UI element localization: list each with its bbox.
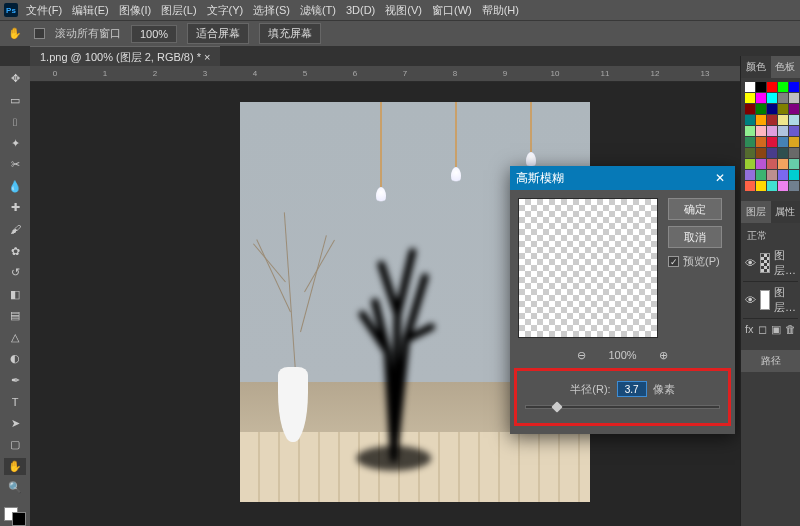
menu-type[interactable]: 文字(Y) xyxy=(207,3,244,18)
fill-screen-button[interactable]: 填充屏幕 xyxy=(259,23,321,44)
menu-3d[interactable]: 3D(D) xyxy=(346,4,375,16)
layer-row-1[interactable]: 👁图层… xyxy=(743,282,798,319)
color-swatch[interactable] xyxy=(789,115,799,125)
scroll-all-checkbox[interactable] xyxy=(34,28,45,39)
menu-layer[interactable]: 图层(L) xyxy=(161,3,196,18)
color-swatch[interactable] xyxy=(756,93,766,103)
color-swatch[interactable] xyxy=(767,159,777,169)
tool-crop[interactable]: ✂ xyxy=(4,156,26,174)
new-layer-icon[interactable]: ▣ xyxy=(771,323,781,336)
tool-path-select[interactable]: ➤ xyxy=(4,415,26,433)
zoom-select[interactable]: 100% xyxy=(131,25,177,43)
tool-history-brush[interactable]: ↺ xyxy=(4,264,26,282)
fg-bg-swatch[interactable] xyxy=(4,507,26,526)
color-swatch[interactable] xyxy=(756,148,766,158)
color-swatch[interactable] xyxy=(745,126,755,136)
tab-paths[interactable]: 路径 xyxy=(741,350,800,372)
color-swatch[interactable] xyxy=(745,104,755,114)
document-tab[interactable]: 1.png @ 100% (图层 2, RGB/8) * × xyxy=(30,46,220,66)
zoom-in-icon[interactable]: ⊕ xyxy=(657,348,671,362)
layer-thumbnail[interactable] xyxy=(760,290,770,310)
color-swatch[interactable] xyxy=(778,148,788,158)
color-swatch[interactable] xyxy=(756,181,766,191)
color-swatch[interactable] xyxy=(745,82,755,92)
layer-thumbnail[interactable] xyxy=(760,253,770,273)
color-swatch[interactable] xyxy=(778,126,788,136)
color-swatch[interactable] xyxy=(745,137,755,147)
color-swatch[interactable] xyxy=(745,115,755,125)
tool-lasso[interactable]: 𓏲 xyxy=(4,113,26,131)
color-swatch[interactable] xyxy=(778,104,788,114)
zoom-out-icon[interactable]: ⊖ xyxy=(574,348,588,362)
color-swatch[interactable] xyxy=(756,115,766,125)
tool-move[interactable]: ✥ xyxy=(4,70,26,88)
menu-file[interactable]: 文件(F) xyxy=(26,3,62,18)
tab-layers[interactable]: 图层 xyxy=(741,201,771,223)
color-swatch[interactable] xyxy=(778,93,788,103)
dialog-titlebar[interactable]: 高斯模糊 ✕ xyxy=(510,166,735,190)
trash-icon[interactable]: 🗑 xyxy=(785,323,796,336)
tool-magic-wand[interactable]: ✦ xyxy=(4,135,26,153)
color-swatch[interactable] xyxy=(756,104,766,114)
color-swatch[interactable] xyxy=(756,170,766,180)
mask-icon[interactable]: ◻ xyxy=(758,323,767,336)
cancel-button[interactable]: 取消 xyxy=(668,226,722,248)
menu-view[interactable]: 视图(V) xyxy=(385,3,422,18)
color-swatch[interactable] xyxy=(778,115,788,125)
color-swatch[interactable] xyxy=(756,159,766,169)
tool-pen[interactable]: ✒ xyxy=(4,371,26,389)
color-swatch[interactable] xyxy=(767,126,777,136)
color-swatch[interactable] xyxy=(778,181,788,191)
tool-clone[interactable]: ✿ xyxy=(4,242,26,260)
color-swatch[interactable] xyxy=(767,93,777,103)
tool-rectangle[interactable]: ▢ xyxy=(4,436,26,454)
color-swatch[interactable] xyxy=(789,159,799,169)
color-swatch[interactable] xyxy=(745,159,755,169)
radius-slider[interactable] xyxy=(525,405,720,409)
visibility-icon[interactable]: 👁 xyxy=(745,294,756,306)
color-swatch[interactable] xyxy=(767,82,777,92)
color-swatch[interactable] xyxy=(778,137,788,147)
tool-healing[interactable]: ✚ xyxy=(4,199,26,217)
color-swatch[interactable] xyxy=(756,82,766,92)
menu-window[interactable]: 窗口(W) xyxy=(432,3,472,18)
color-swatch[interactable] xyxy=(789,93,799,103)
color-swatch[interactable] xyxy=(745,93,755,103)
color-swatch[interactable] xyxy=(778,159,788,169)
tab-color[interactable]: 颜色 xyxy=(741,56,771,78)
tool-eyedropper[interactable]: 💧 xyxy=(4,178,26,196)
color-swatch[interactable] xyxy=(789,137,799,147)
color-swatch[interactable] xyxy=(745,181,755,191)
menu-edit[interactable]: 编辑(E) xyxy=(72,3,109,18)
visibility-icon[interactable]: 👁 xyxy=(745,257,756,269)
tool-brush[interactable]: 🖌 xyxy=(4,221,26,239)
color-swatch[interactable] xyxy=(745,148,755,158)
menu-filter[interactable]: 滤镜(T) xyxy=(300,3,336,18)
radius-input[interactable] xyxy=(617,381,647,397)
layer-row-2[interactable]: 👁图层… xyxy=(743,245,798,282)
tool-gradient[interactable]: ▤ xyxy=(4,307,26,325)
tool-dodge[interactable]: ◐ xyxy=(4,350,26,368)
ok-button[interactable]: 确定 xyxy=(668,198,722,220)
tool-type[interactable]: T xyxy=(4,393,26,411)
menu-help[interactable]: 帮助(H) xyxy=(482,3,519,18)
menu-image[interactable]: 图像(I) xyxy=(119,3,151,18)
tool-zoom[interactable]: 🔍 xyxy=(4,479,26,497)
color-swatch[interactable] xyxy=(767,137,777,147)
color-swatch[interactable] xyxy=(767,181,777,191)
close-icon[interactable]: ✕ xyxy=(711,171,729,185)
preview-box[interactable] xyxy=(518,198,658,338)
tab-swatches[interactable]: 色板 xyxy=(771,56,801,78)
color-swatch[interactable] xyxy=(789,170,799,180)
tool-blur[interactable]: △ xyxy=(4,328,26,346)
tool-eraser[interactable]: ◧ xyxy=(4,285,26,303)
tool-rect-marquee[interactable]: ▭ xyxy=(4,92,26,110)
color-swatch[interactable] xyxy=(789,104,799,114)
color-swatch[interactable] xyxy=(756,126,766,136)
color-swatch[interactable] xyxy=(789,126,799,136)
tab-properties[interactable]: 属性 xyxy=(771,201,801,223)
color-swatch[interactable] xyxy=(778,170,788,180)
color-swatch[interactable] xyxy=(767,170,777,180)
close-tab-icon[interactable]: × xyxy=(204,51,210,63)
fx-icon[interactable]: fx xyxy=(745,323,754,336)
